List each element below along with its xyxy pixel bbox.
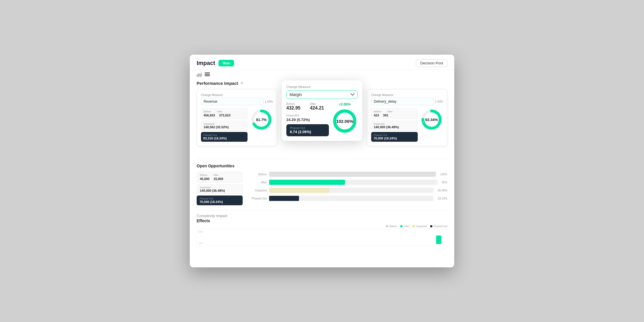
margin-select-row[interactable]: Margin [286,90,358,99]
delivery-impacted-val: 140,000 (36.48%) [374,125,415,129]
open-opp-bar-chart: Before 100% After 45% Impacted 36.48% Ph… [250,172,447,204]
margin-measure-label: Change Measure [286,85,358,89]
svg-rect-2 [200,74,201,77]
list-icon[interactable] [205,72,211,77]
bar-track [269,172,436,177]
legend-dot [386,225,388,227]
revenue-phased-lbl: Phased Out [203,134,245,137]
bar-fill [269,188,329,193]
opp-phased-val: 70,000 (18.24%) [200,200,240,204]
revenue-before-val: 456,833 [204,114,215,117]
revenue-impacted-val: 148,562 (32.52%) [204,125,245,129]
bar-label: Phased Out [250,197,267,200]
bar-label: After [250,181,267,184]
opp-phased-lbl: Phased Out [200,197,240,200]
delivery-before-lbl: Before [374,110,382,113]
margin-donut-label: 102.06% [336,119,353,124]
effects-chart: 800 100 [197,229,447,246]
svg-rect-6 [205,75,210,76]
bar-track [269,180,438,185]
open-opp-content: Before After 45,000 15,000 Impacted 140,… [197,172,447,205]
legend-label: Impacted [416,225,427,228]
complexity-section: Complexity Impact Effects Before After I… [190,211,454,248]
svg-rect-3 [201,73,202,77]
revenue-measure-select[interactable]: Revenue [201,98,264,105]
revenue-percent: 1.43% [265,100,273,103]
bar-pct: 100% [440,173,447,176]
delivery-percent: 1.43% [435,100,443,103]
opp-impacted-lbl: Impacted [200,186,239,189]
delivery-phased-val: 70,000 (18.24%) [373,137,415,140]
svg-rect-1 [198,73,199,77]
revenue-phased-val: 83,310 (18.24%) [203,137,245,140]
margin-select-text: Margin [290,92,350,97]
app-window: Impact Run Decision Pool Performance Imp… [190,55,454,267]
bar-row: Impacted 36.48% [250,188,447,193]
legend-label: Before [389,225,397,228]
margin-phased-val: 8.74 (2.06%) [290,130,325,134]
margin-before-val: 432.95 [286,106,305,111]
margin-phased-lbl: Phased Out [290,126,325,130]
decision-pool-button[interactable]: Decision Pool [416,59,448,67]
opp-impacted-box: Impacted 140,000 (36.48%) [197,184,243,194]
revenue-card: Change Measure Revenue 1.43% Before Afte… [197,89,277,146]
delivery-before-val: 423 [374,114,379,117]
margin-before-lbl: Before [286,102,305,106]
delivery-impacted-lbl: Impacted [374,122,415,125]
legend-dot [430,225,432,227]
revenue-impacted-lbl: Impacted [204,122,245,125]
delivery-after-val: 391 [383,114,388,117]
performance-impact-title: Performance Impact [197,81,238,86]
delivery-donut: 92.34% [420,108,443,131]
margin-after-val: 424.21 [310,106,329,111]
bar-pct: 36.48% [438,189,447,192]
divider-2 [197,210,447,210]
delivery-card: Change Measure Delivery_delay 1.43% Befo… [367,89,447,146]
page-title: Impact [197,60,215,66]
margin-after-lbl: After [310,102,329,106]
delivery-phased-lbl: Phased Out [373,134,415,137]
svg-rect-4 [205,72,210,73]
legend-label: After [404,225,409,228]
margin-impacted-lbl: Impacted [286,114,329,117]
y-axis-bottom: 100 [199,242,203,245]
legend-item: Before [386,225,397,228]
legend-item: After [400,225,409,228]
margin-donut: 102.06% [332,108,358,134]
svg-rect-0 [197,74,198,77]
y-axis-top: 800 [199,230,203,233]
legend-item: Impacted [413,225,427,228]
run-button[interactable]: Run [218,60,234,66]
toolbar [190,70,454,78]
svg-rect-5 [205,74,210,75]
delivery-after-lbl: After [387,110,393,113]
delivery-measure-select[interactable]: Delivery_delay [371,98,434,105]
opp-before-lbl: Before [200,174,208,177]
divider-1 [197,159,447,159]
revenue-after-val: 373,523 [219,114,231,117]
effects-title: Effects [197,218,447,223]
bar-fill [269,172,436,177]
margin-center-badge: +2.06% [339,102,350,106]
bar-track [269,196,434,201]
revenue-before-lbl: Before [204,110,211,113]
opp-impacted-val: 140,000 (36.48%) [200,189,239,192]
performance-cards-row: Change Measure Revenue 1.43% Before Afte… [190,89,454,158]
header: Impact Run Decision Pool [190,55,454,70]
opp-before-val: 45,000 [200,177,210,181]
bar-chart-icon[interactable] [197,72,203,77]
complexity-title: Complexity Impact [197,214,447,218]
legend-dot [400,225,402,227]
bar-fill [269,196,299,201]
revenue-measure-label: Change Measure [201,93,273,97]
bar-label: Impacted [250,189,267,192]
header-left: Impact Run [197,60,234,66]
delivery-measure-label: Change Measure [371,93,443,97]
legend-label: Phased Out [434,225,447,228]
margin-card-overlay: Change Measure Margin Before 432.95 Afte… [282,80,362,141]
opp-after-lbl: After [213,174,219,177]
revenue-after-lbl: After [217,110,223,113]
add-measure-button[interactable]: + [240,80,244,86]
bar-pct: 45% [442,181,447,184]
revenue-donut: 81.7% [250,108,273,131]
